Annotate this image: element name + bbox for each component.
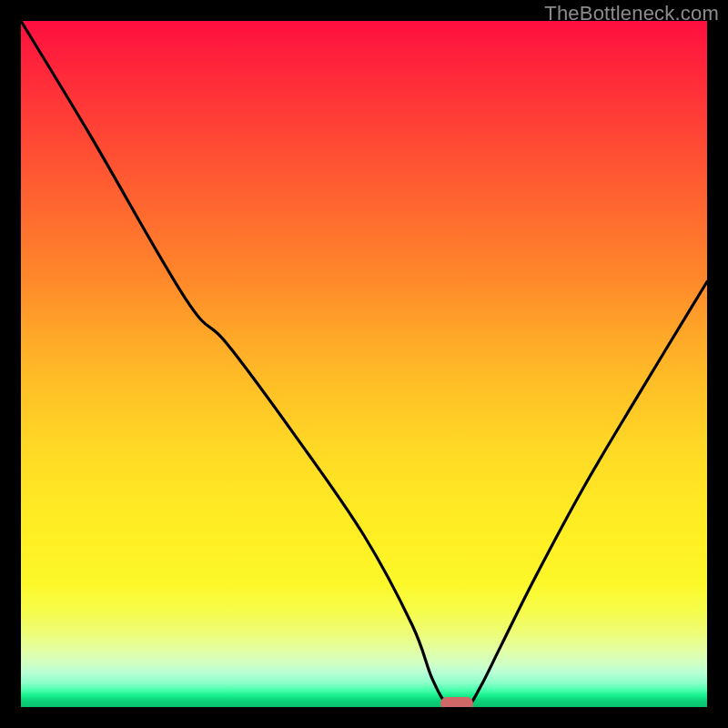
minimum-marker (440, 697, 473, 707)
bottleneck-curve (21, 21, 707, 707)
watermark-text: TheBottleneck.com (544, 2, 719, 25)
chart-stage: TheBottleneck.com (0, 0, 728, 728)
plot-area (21, 21, 707, 707)
